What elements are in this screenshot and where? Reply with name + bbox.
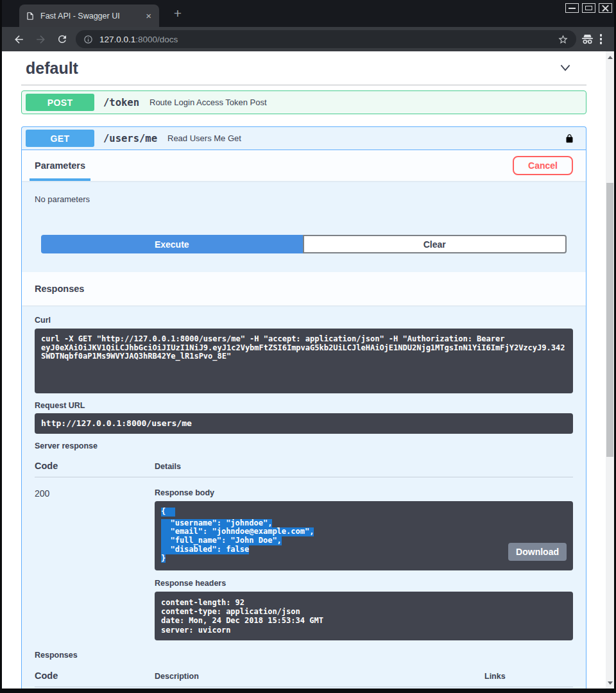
tab-bar: Fast API - Swagger UI × + (2, 0, 614, 27)
execute-button[interactable]: Execute (41, 235, 303, 253)
section-divider (21, 85, 586, 85)
scrollbar-up-arrow[interactable] (608, 56, 613, 59)
code-line: "full_name": "John Doe", (161, 536, 282, 545)
no-parameters-message: No parameters (22, 181, 586, 204)
execute-wrapper: Execute Clear (22, 235, 586, 253)
get-endpoint-path: /users/me (103, 133, 157, 144)
url-path: :8000/docs (135, 35, 178, 44)
code-line: { (161, 508, 175, 517)
info-icon[interactable] (83, 35, 93, 44)
parameters-header: Parameters Cancel (22, 150, 586, 181)
new-tab-button[interactable]: + (170, 7, 185, 20)
responses-title: Responses (35, 284, 84, 294)
code-line: content-type: application/json (161, 607, 567, 616)
code-line: } (161, 554, 166, 563)
code-line: "username": "johndoe", (161, 519, 272, 528)
curl-command: curl -X GET "http://127.0.0.1:8000/users… (35, 329, 573, 393)
document-icon (26, 12, 35, 21)
download-button[interactable]: Download (508, 543, 567, 561)
minimize-button[interactable] (565, 3, 579, 13)
window-controls (565, 3, 612, 13)
browser-window: Fast API - Swagger UI × + 127.0.0.1:8000… (0, 0, 616, 693)
response-body-json: { "username": "johndoe", "email": "johnd… (161, 508, 567, 563)
doc-description-header: Description (155, 672, 484, 681)
post-endpoint-path: /token (103, 97, 139, 108)
reload-icon[interactable] (51, 30, 73, 49)
opblock-post-token[interactable]: POST /token Route Login Access Token Pos… (21, 90, 586, 114)
responses-inner: Curl curl -X GET "http://127.0.0.1:8000/… (22, 305, 586, 687)
url-host: 127.0.0.1 (99, 35, 135, 44)
request-url-value: http://127.0.0.1:8000/users/me (35, 413, 573, 434)
scrollbar-thumb[interactable] (606, 183, 613, 457)
spacer (22, 253, 586, 272)
tab-parameters[interactable]: Parameters (35, 150, 85, 181)
tab-close-icon[interactable]: × (144, 11, 153, 21)
opblock-get-users-me: GET /users/me Read Users Me Get Paramete… (21, 126, 586, 689)
tab-title: Fast API - Swagger UI (40, 12, 144, 21)
page-scrollbar[interactable] (606, 51, 614, 689)
swagger-ui: default POST /token Route Login Access T… (2, 51, 606, 689)
url-text: 127.0.0.1:8000/docs (99, 35, 178, 44)
section-title: default (26, 59, 78, 78)
chevron-down-icon[interactable] (558, 62, 572, 74)
code-line: "email": "johndoe@example.com", (161, 527, 314, 536)
post-method-badge: POST (26, 94, 94, 111)
details-column-header: Details (155, 462, 181, 471)
code-line: content-length: 92 (161, 598, 567, 607)
back-icon[interactable] (8, 30, 30, 49)
response-headers-label: Response headers (155, 579, 573, 588)
doc-links-header: Links (484, 672, 573, 681)
response-headers-block: content-length: 92content-type: applicat… (155, 592, 573, 640)
server-response-table-header: Code Details (35, 461, 573, 477)
documented-responses-header: Code Description Links (35, 671, 573, 687)
browser-toolbar: 127.0.0.1:8000/docs (2, 27, 614, 51)
forward-icon[interactable] (30, 30, 51, 49)
star-icon[interactable] (558, 34, 569, 45)
response-body-block: { "username": "johndoe", "email": "johnd… (155, 501, 573, 570)
scrollbar-down-arrow[interactable] (608, 681, 613, 685)
server-response-label: Server response (35, 441, 573, 450)
browser-tab[interactable]: Fast API - Swagger UI × (19, 4, 159, 27)
request-url-label: Request URL (35, 401, 573, 410)
server-response-row: 200 Response body { "username": "johndoe… (35, 477, 573, 640)
get-method-badge: GET (26, 130, 94, 147)
get-endpoint-summary: Read Users Me Get (167, 133, 241, 143)
cancel-button[interactable]: Cancel (513, 156, 573, 175)
post-endpoint-summary: Route Login Access Token Post (150, 98, 267, 107)
code-line: date: Mon, 24 Dec 2018 15:53:34 GMT (161, 616, 567, 625)
code-line: server: uvicorn (161, 626, 567, 635)
status-code: 200 (35, 487, 155, 640)
incognito-icon (581, 34, 594, 44)
code-line: "disabled": false (161, 545, 249, 554)
documented-responses-title: Responses (35, 651, 573, 660)
clear-button[interactable]: Clear (303, 235, 567, 253)
response-body-label: Response body (155, 488, 573, 497)
server-response-table: Code Details 200 Response body { "userna… (35, 461, 573, 640)
window-close-button[interactable] (599, 3, 612, 13)
responses-section-header: Responses (22, 272, 586, 305)
code-column-header: Code (35, 461, 155, 471)
page-content: default POST /token Route Login Access T… (2, 51, 614, 689)
lock-icon[interactable] (565, 133, 574, 144)
curl-label: Curl (35, 316, 573, 325)
response-details: Response body { "username": "johndoe", "… (155, 487, 573, 640)
api-section-header[interactable]: default (2, 51, 606, 85)
kebab-menu-icon[interactable] (594, 34, 609, 44)
get-summary-row[interactable]: GET /users/me Read Users Me Get (22, 127, 586, 150)
doc-code-header: Code (35, 671, 155, 681)
maximize-button[interactable] (582, 3, 595, 13)
address-bar[interactable]: 127.0.0.1:8000/docs (76, 30, 576, 48)
